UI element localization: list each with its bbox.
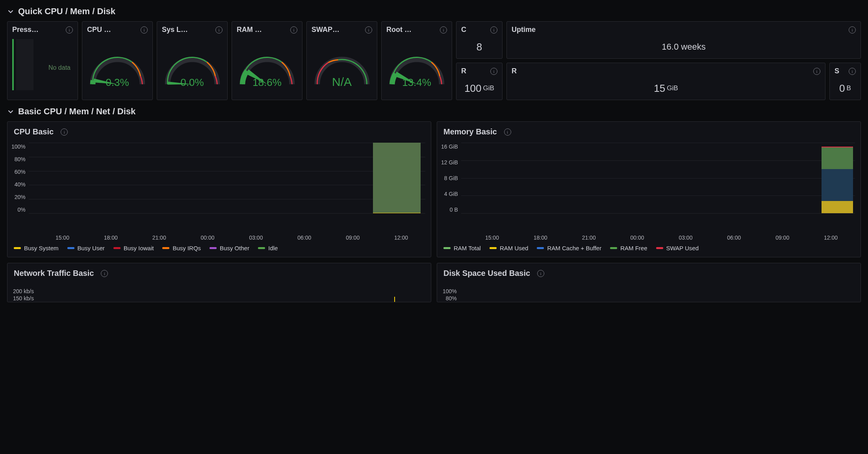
gauge-value: 13.4% bbox=[382, 76, 452, 89]
legend-item[interactable]: Idle bbox=[258, 245, 278, 251]
chevron-down-icon bbox=[7, 8, 14, 15]
panel-title: Press… bbox=[12, 26, 39, 34]
info-icon[interactable]: i bbox=[141, 26, 148, 33]
series-idle bbox=[373, 143, 421, 213]
plot-area[interactable] bbox=[460, 288, 855, 301]
legend-item[interactable]: Busy System bbox=[14, 245, 59, 251]
legend: Busy System Busy User Busy Iowait Busy I… bbox=[7, 241, 431, 257]
series-ram-cache bbox=[822, 169, 853, 201]
plot-area[interactable] bbox=[29, 143, 425, 214]
stat-unit: GiB bbox=[483, 84, 494, 92]
plot-area[interactable] bbox=[37, 288, 425, 300]
series-ram-free bbox=[822, 147, 853, 169]
chevron-down-icon bbox=[7, 108, 14, 115]
stat-value: 16.0 weeks bbox=[507, 35, 861, 58]
y-axis: 16 GiB 12 GiB 8 GiB 4 GiB 0 B bbox=[441, 143, 461, 214]
panel-rootfs-total[interactable]: R i 100GiB bbox=[456, 63, 503, 100]
gauge-value: N/A bbox=[307, 75, 377, 89]
panel-root-fs[interactable]: Root … i 13.4% bbox=[381, 21, 452, 100]
panel-title: Uptime bbox=[512, 26, 536, 34]
panel-cpu-cores[interactable]: C i 8 bbox=[456, 21, 503, 59]
info-icon[interactable]: i bbox=[813, 68, 820, 75]
panel-ram-total[interactable]: R i 15GiB bbox=[506, 63, 825, 100]
section-title: Basic CPU / Mem / Net / Disk bbox=[18, 106, 135, 117]
y-axis: 100% 80% bbox=[443, 288, 460, 301]
series-busy bbox=[373, 213, 421, 213]
stat-value: 15 bbox=[654, 82, 665, 95]
pressure-block bbox=[16, 39, 33, 90]
panel-cpu-busy[interactable]: CPU … i 0.3% bbox=[82, 21, 153, 100]
panel-network-basic[interactable]: Network Traffic Basic i 200 kb/s 150 kb/… bbox=[7, 263, 431, 302]
panel-disk-basic[interactable]: Disk Space Used Basic i 100% 80% bbox=[437, 263, 861, 302]
info-icon[interactable]: i bbox=[66, 26, 73, 33]
panel-title: S bbox=[835, 67, 839, 75]
panel-sys-load[interactable]: Sys L… i 0.0% bbox=[157, 21, 228, 100]
panel-pressure[interactable]: Press… i No data bbox=[7, 21, 78, 100]
info-icon[interactable]: i bbox=[490, 26, 497, 33]
gauge-value: 18.6% bbox=[232, 76, 302, 89]
plot-area[interactable] bbox=[461, 143, 855, 214]
legend-item[interactable]: SWAP Used bbox=[656, 245, 699, 251]
panel-uptime[interactable]: Uptime i 16.0 weeks bbox=[506, 21, 861, 59]
info-icon[interactable]: i bbox=[849, 26, 856, 33]
legend-item[interactable]: RAM Total bbox=[443, 245, 481, 251]
y-axis: 200 kb/s 150 kb/s bbox=[13, 288, 37, 301]
legend: RAM Total RAM Used RAM Cache + Buffer RA… bbox=[437, 241, 861, 257]
info-icon[interactable]: i bbox=[61, 128, 68, 136]
info-icon[interactable]: i bbox=[365, 26, 372, 33]
legend-item[interactable]: RAM Cache + Buffer bbox=[537, 245, 601, 251]
info-icon[interactable]: i bbox=[490, 68, 497, 75]
info-icon[interactable]: i bbox=[504, 128, 511, 136]
panel-title: Root … bbox=[386, 26, 412, 34]
panel-ram-used[interactable]: RAM … i 18.6% bbox=[232, 21, 302, 100]
info-icon[interactable]: i bbox=[101, 270, 108, 277]
legend-item[interactable]: Busy Iowait bbox=[113, 245, 154, 251]
section-header-basic[interactable]: Basic CPU / Mem / Net / Disk bbox=[7, 106, 861, 117]
x-axis: 15:0018:0021:0000:0003:0006:0009:0012:00 bbox=[437, 232, 861, 241]
panel-swap-total[interactable]: S i 0B bbox=[829, 63, 861, 100]
legend-item[interactable]: RAM Free bbox=[610, 245, 647, 251]
panel-title: Memory Basic bbox=[443, 127, 497, 136]
panel-title: C bbox=[461, 26, 466, 34]
panel-title: CPU … bbox=[87, 26, 111, 34]
legend-item[interactable]: RAM Used bbox=[490, 245, 529, 251]
panel-title: Sys L… bbox=[162, 26, 188, 34]
gauge-value: 0.3% bbox=[82, 76, 152, 89]
pressure-bar bbox=[12, 39, 14, 90]
info-icon[interactable]: i bbox=[440, 26, 447, 33]
series-ram-total bbox=[822, 147, 853, 147]
info-icon[interactable]: i bbox=[849, 68, 856, 75]
series-ram-used bbox=[822, 201, 853, 213]
panel-swap-used[interactable]: SWAP… i N/A bbox=[306, 21, 377, 100]
legend-item[interactable]: Busy Other bbox=[210, 245, 249, 251]
info-icon[interactable]: i bbox=[290, 26, 297, 33]
stat-unit: GiB bbox=[667, 84, 678, 92]
legend-item[interactable]: Busy User bbox=[67, 245, 105, 251]
stat-value: 8 bbox=[456, 35, 502, 58]
stat-value: 100 bbox=[464, 82, 481, 95]
panel-memory-basic[interactable]: Memory Basic i 16 GiB 12 GiB 8 GiB 4 GiB… bbox=[437, 121, 861, 257]
section-title: Quick CPU / Mem / Disk bbox=[18, 6, 115, 17]
panel-title: R bbox=[512, 67, 517, 75]
series-spike bbox=[394, 297, 395, 302]
section-header-quick[interactable]: Quick CPU / Mem / Disk bbox=[7, 6, 861, 17]
panel-title: CPU Basic bbox=[14, 127, 54, 136]
panel-cpu-basic[interactable]: CPU Basic i 100% 80% 60% 40% 20% 0% bbox=[7, 121, 431, 257]
legend-item[interactable]: Busy IRQs bbox=[162, 245, 201, 251]
y-axis: 100% 80% 60% 40% 20% 0% bbox=[11, 143, 29, 214]
panel-title: Network Traffic Basic bbox=[14, 269, 94, 278]
info-icon[interactable]: i bbox=[215, 26, 223, 33]
info-icon[interactable]: i bbox=[537, 270, 544, 277]
panel-title: RAM … bbox=[237, 26, 262, 34]
panel-title: R bbox=[461, 67, 466, 75]
panel-title: SWAP… bbox=[312, 26, 339, 34]
panel-title: Disk Space Used Basic bbox=[443, 269, 530, 278]
stat-value: 0 bbox=[839, 82, 845, 95]
no-data-label: No data bbox=[48, 64, 70, 71]
stat-unit: B bbox=[847, 84, 851, 92]
gauge-value: 0.0% bbox=[157, 76, 227, 89]
x-axis: 15:0018:0021:0000:0003:0006:0009:0012:00 bbox=[7, 232, 431, 241]
